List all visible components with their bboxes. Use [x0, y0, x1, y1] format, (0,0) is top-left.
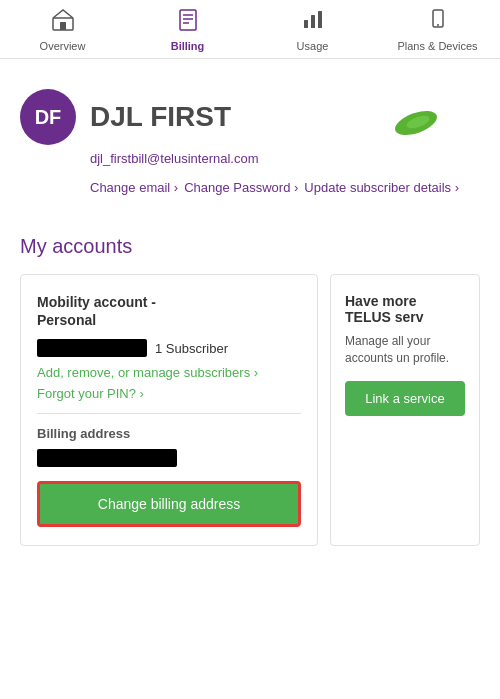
nav-plans-devices[interactable]: Plans & Devices: [375, 8, 500, 52]
right-card-title: Have more TELUS serv: [345, 293, 465, 325]
billing-address-redacted: [37, 449, 177, 467]
nav-usage[interactable]: Usage: [250, 8, 375, 52]
forgot-pin-link[interactable]: Forgot your PIN?: [37, 386, 301, 401]
leaf-decoration: [392, 109, 440, 137]
subscriber-count: 1 Subscriber: [155, 341, 228, 356]
plans-devices-icon: [426, 8, 450, 38]
my-accounts-section: My accounts Mobility account -Personal 1…: [0, 205, 500, 556]
link-service-button[interactable]: Link a service: [345, 381, 465, 416]
my-accounts-title: My accounts: [20, 235, 480, 258]
profile-section: DF DJL FIRST djl_firstbill@telusinternal…: [0, 59, 500, 205]
avatar: DF: [20, 89, 76, 145]
svg-point-10: [437, 24, 439, 26]
nav-plans-devices-label: Plans & Devices: [397, 40, 477, 52]
nav-overview-label: Overview: [40, 40, 86, 52]
update-subscriber-link[interactable]: Update subscriber details: [304, 180, 459, 195]
nav-billing-label: Billing: [171, 40, 205, 52]
profile-links: Change email Change Password Update subs…: [90, 180, 480, 195]
nav-billing[interactable]: Billing: [125, 8, 250, 52]
svg-rect-7: [311, 15, 315, 28]
usage-icon: [301, 8, 325, 38]
svg-rect-2: [180, 10, 196, 30]
accounts-row: Mobility account -Personal 1 Subscriber …: [20, 274, 480, 546]
top-nav: Overview Billing Usage: [0, 0, 500, 59]
nav-usage-label: Usage: [297, 40, 329, 52]
billing-icon: [176, 8, 200, 38]
overview-icon: [51, 8, 75, 38]
billing-address-label: Billing address: [37, 426, 301, 441]
profile-email: djl_firstbill@telusinternal.com: [90, 151, 480, 166]
mobility-account-card: Mobility account -Personal 1 Subscriber …: [20, 274, 318, 546]
svg-rect-6: [304, 20, 308, 28]
svg-rect-1: [60, 22, 66, 30]
svg-rect-8: [318, 11, 322, 28]
nav-overview[interactable]: Overview: [0, 8, 125, 52]
profile-name: DJL FIRST: [90, 101, 231, 133]
link-service-card: Have more TELUS serv Manage all your acc…: [330, 274, 480, 546]
account-number-redacted: [37, 339, 147, 357]
change-password-link[interactable]: Change Password: [184, 180, 298, 195]
change-billing-address-button[interactable]: Change billing address: [37, 481, 301, 527]
account-number-row: 1 Subscriber: [37, 339, 301, 357]
right-card-text: Manage all your accounts un profile.: [345, 333, 465, 367]
card-divider: [37, 413, 301, 414]
manage-subscribers-link[interactable]: Add, remove, or manage subscribers: [37, 365, 301, 380]
account-card-title: Mobility account -Personal: [37, 293, 301, 329]
change-email-link[interactable]: Change email: [90, 180, 178, 195]
